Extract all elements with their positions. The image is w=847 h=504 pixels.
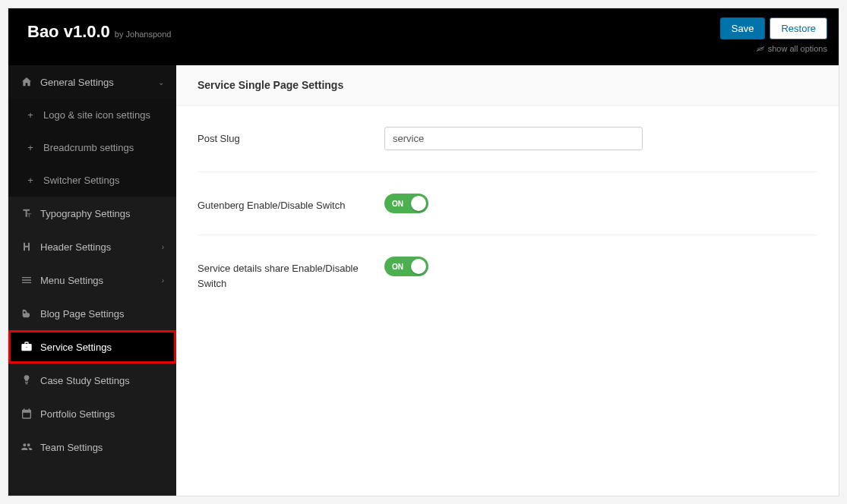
sidebar-item-label: Portfolio Settings — [40, 408, 115, 420]
sidebar-item-label: Case Study Settings — [40, 375, 130, 386]
share-label: Service details share Enable/Disable Swi… — [198, 257, 384, 291]
sidebar-item-case-study-settings[interactable]: Case Study Settings — [8, 364, 176, 397]
home-icon — [21, 76, 33, 88]
sidebar-item-label: Switcher Settings — [43, 175, 119, 186]
sidebar-item-logo-settings[interactable]: + Logo & site icon settings — [8, 99, 176, 131]
content-header: Service Single Page Settings — [176, 65, 839, 106]
share-toggle[interactable]: ON — [384, 257, 428, 276]
page-title: Service Single Page Settings — [198, 79, 817, 91]
sidebar-item-label: General Settings — [40, 77, 114, 88]
chevron-right-icon: › — [162, 243, 164, 251]
sidebar-item-team-settings[interactable]: Team Settings — [8, 430, 176, 464]
save-button[interactable]: Save — [720, 17, 766, 39]
plus-icon: + — [25, 175, 36, 186]
post-slug-label: Post Slug — [198, 127, 384, 146]
blog-icon — [21, 307, 33, 320]
gutenberg-toggle[interactable]: ON — [384, 194, 428, 213]
brand: Bao v1.0.0 by Johanspond — [20, 8, 171, 42]
restore-button[interactable]: Restore — [770, 17, 827, 39]
sidebar-item-header-settings[interactable]: Header Settings › — [8, 230, 176, 263]
sidebar-item-general-settings[interactable]: General Settings ⌄ — [8, 65, 176, 99]
case-study-icon — [21, 374, 33, 386]
sidebar-item-label: Menu Settings — [40, 275, 103, 286]
chevron-right-icon: › — [162, 276, 164, 285]
sidebar-item-menu-settings[interactable]: Menu Settings › — [8, 263, 176, 297]
toggle-knob — [411, 196, 426, 211]
sidebar-item-switcher-settings[interactable]: + Switcher Settings — [8, 164, 176, 197]
toggle-state-label: ON — [392, 200, 403, 208]
eye-off-icon — [756, 46, 765, 52]
sidebar-item-blog-page-settings[interactable]: Blog Page Settings — [8, 297, 176, 330]
chevron-down-icon: ⌄ — [158, 78, 164, 87]
show-all-options-label: show all options — [768, 44, 827, 53]
menu-icon — [21, 274, 33, 286]
toggle-knob — [411, 259, 426, 274]
content-area: Service Single Page Settings Post Slug G… — [176, 65, 839, 496]
show-all-options-link[interactable]: show all options — [756, 44, 827, 53]
brand-author: by Johanspond — [115, 30, 172, 39]
post-slug-input[interactable] — [384, 127, 643, 150]
sidebar-item-label: Typography Settings — [40, 208, 131, 219]
team-icon — [21, 441, 33, 453]
sidebar-item-label: Logo & site icon settings — [43, 109, 150, 121]
sidebar-item-breadcrumb-settings[interactable]: + Breadcrumb settings — [8, 131, 176, 164]
typography-icon — [21, 207, 33, 219]
brand-title: Bao v1.0.0 — [27, 22, 110, 42]
sidebar-item-label: Blog Page Settings — [40, 308, 125, 320]
form-row-post-slug: Post Slug — [198, 106, 817, 172]
panel-header: Bao v1.0.0 by Johanspond Save Restore sh… — [8, 8, 839, 65]
header-icon — [21, 241, 33, 253]
plus-icon: + — [25, 109, 36, 121]
sidebar-item-label: Team Settings — [40, 442, 103, 453]
sidebar: General Settings ⌄ + Logo & site icon se… — [8, 65, 176, 496]
form-row-gutenberg: Gutenberg Enable/Disable Switch ON — [198, 172, 817, 235]
portfolio-icon — [21, 408, 33, 420]
plus-icon: + — [25, 142, 36, 153]
sidebar-item-typography-settings[interactable]: Typography Settings — [8, 197, 176, 230]
gutenberg-label: Gutenberg Enable/Disable Switch — [198, 194, 384, 213]
sidebar-item-portfolio-settings[interactable]: Portfolio Settings — [8, 397, 176, 430]
toggle-state-label: ON — [392, 263, 403, 271]
service-icon — [21, 341, 33, 353]
form-row-share: Service details share Enable/Disable Swi… — [198, 235, 817, 312]
sidebar-item-service-settings[interactable]: Service Settings — [8, 330, 176, 364]
sidebar-item-label: Service Settings — [40, 342, 112, 353]
sidebar-item-label: Breadcrumb settings — [43, 142, 134, 153]
sidebar-item-label: Header Settings — [40, 241, 111, 253]
